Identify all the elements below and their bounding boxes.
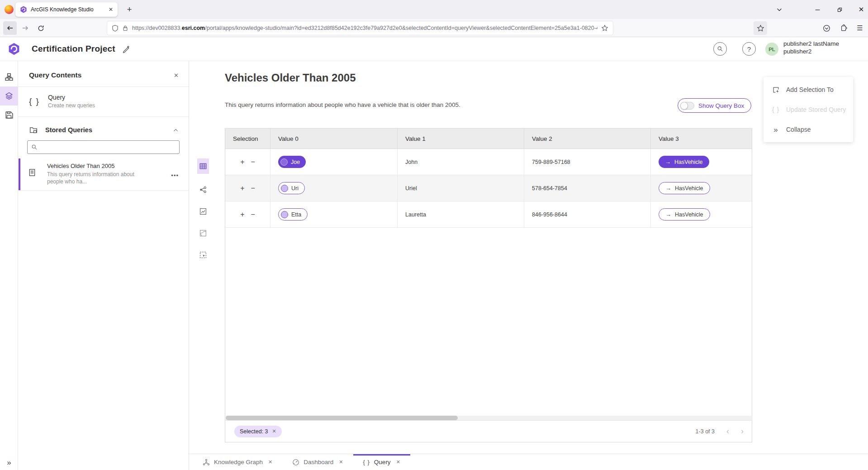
select-tool-icon[interactable] xyxy=(197,249,209,261)
column-header[interactable]: Value 3 xyxy=(651,129,752,149)
firefox-icon[interactable] xyxy=(5,5,14,14)
reload-button[interactable] xyxy=(34,21,47,35)
cell-value[interactable]: 846-956-8644 xyxy=(524,201,651,227)
close-tab-icon[interactable]: ✕ xyxy=(268,459,272,465)
scrollbar-thumb[interactable] xyxy=(226,416,458,420)
avatar[interactable]: PL xyxy=(765,43,778,56)
selection-menu: Add Selection To { } Update Stored Query… xyxy=(764,77,853,142)
show-query-box-toggle[interactable]: Show Query Box xyxy=(678,98,751,113)
relationship-pill[interactable]: →HasVehicle xyxy=(659,156,709,168)
link-chart-view-icon[interactable] xyxy=(197,184,209,196)
new-tab-button[interactable]: + xyxy=(123,3,136,16)
menu-item-add-selection-to[interactable]: Add Selection To xyxy=(764,80,853,100)
column-header[interactable]: Value 2 xyxy=(524,129,651,149)
table-row[interactable]: + − Etta Lauretta 846-956-8644 →HasVehic… xyxy=(225,201,752,228)
add-to-selection-icon[interactable]: + xyxy=(240,211,244,219)
remove-from-selection-icon[interactable]: − xyxy=(251,211,255,219)
search-icon xyxy=(31,144,38,150)
user-info[interactable]: publisher2 lastName publisher2 xyxy=(783,40,839,55)
table-row[interactable]: + − Uri Uriel 578-654-7854 →HasVehicle xyxy=(225,175,752,201)
url-text[interactable]: https://dev0028833.esri.com/portal/apps/… xyxy=(132,25,598,31)
cell-value[interactable]: Uriel xyxy=(398,175,524,201)
minimize-button[interactable] xyxy=(807,0,828,19)
table-row[interactable]: + − Joe John 759-889-57168 →HasVehicle xyxy=(225,149,752,175)
tab-list-icon[interactable] xyxy=(769,0,790,19)
dashboard-icon xyxy=(292,459,299,466)
link-chart-icon[interactable] xyxy=(0,67,18,86)
toggle-switch[interactable] xyxy=(680,102,694,110)
tab-knowledge-graph[interactable]: Knowledge Graph ✕ xyxy=(193,454,282,470)
back-button[interactable] xyxy=(3,21,17,35)
stored-queries-header[interactable]: Stored Queries xyxy=(18,117,189,139)
column-header[interactable]: Selection xyxy=(225,129,270,149)
extensions-puzzle-icon[interactable] xyxy=(837,21,850,35)
save-icon[interactable] xyxy=(0,106,18,125)
selected-indicator xyxy=(19,158,20,190)
chart-view-icon[interactable] xyxy=(197,206,209,217)
table-view-icon[interactable] xyxy=(197,158,209,174)
bookmark-star-icon[interactable] xyxy=(601,24,608,32)
clear-selection-icon[interactable]: ✕ xyxy=(272,428,276,434)
relationship-pill[interactable]: →HasVehicle xyxy=(659,182,710,194)
braces-icon: { } xyxy=(363,459,370,465)
tab-dashboard[interactable]: Dashboard ✕ xyxy=(282,454,353,470)
entity-pill[interactable]: Etta xyxy=(278,208,308,221)
more-options-icon[interactable]: ••• xyxy=(171,172,179,179)
help-icon[interactable]: ? xyxy=(742,42,756,56)
entity-pill[interactable]: Joe xyxy=(278,156,306,168)
horizontal-scrollbar[interactable] xyxy=(226,416,751,420)
remove-from-selection-icon[interactable]: − xyxy=(251,158,255,166)
menu-item-update-stored-query[interactable]: { } Update Stored Query xyxy=(764,100,853,120)
cell-value[interactable]: 759-889-57168 xyxy=(524,149,651,175)
braces-icon: { } xyxy=(29,96,40,106)
close-tab-icon[interactable]: ✕ xyxy=(339,459,343,465)
url-bar[interactable]: https://dev0028833.esri.com/portal/apps/… xyxy=(107,21,613,35)
knowledge-graph-icon xyxy=(203,459,210,466)
entity-pill[interactable]: Uri xyxy=(278,182,305,194)
panel-close-icon[interactable]: ✕ xyxy=(174,72,179,79)
add-to-selection-icon[interactable]: + xyxy=(240,158,244,166)
cell-value[interactable]: Lauretta xyxy=(398,201,524,227)
forward-button[interactable] xyxy=(19,21,32,35)
new-query-item[interactable]: { } Query Create new queries xyxy=(18,87,189,117)
tab-close-icon[interactable]: ✕ xyxy=(109,6,113,13)
bookmarks-star-button[interactable] xyxy=(754,21,767,35)
shield-icon[interactable] xyxy=(112,25,119,32)
previous-page-icon[interactable]: ‹ xyxy=(726,427,729,436)
menu-item-collapse[interactable]: » Collapse xyxy=(764,120,853,139)
restore-button[interactable] xyxy=(829,0,850,19)
pocket-icon[interactable] xyxy=(820,21,833,35)
column-header[interactable]: Value 1 xyxy=(398,129,524,149)
collapse-icon: » xyxy=(772,126,780,134)
app-logo-icon[interactable] xyxy=(8,43,20,55)
layers-icon[interactable] xyxy=(0,86,18,106)
search-input[interactable] xyxy=(40,144,175,151)
cell-value[interactable]: 578-654-7854 xyxy=(524,175,651,201)
query-description: This query returns information about peo… xyxy=(225,101,460,108)
lock-icon[interactable] xyxy=(122,25,128,31)
panel-title: Query Contents xyxy=(29,71,81,79)
stored-queries-search[interactable] xyxy=(27,140,180,154)
remove-from-selection-icon[interactable]: − xyxy=(251,184,255,192)
next-page-icon[interactable]: › xyxy=(741,427,744,436)
close-tab-icon[interactable]: ✕ xyxy=(396,459,400,465)
edit-pencil-icon[interactable] xyxy=(122,45,130,53)
entity-dot-icon xyxy=(280,158,288,166)
hamburger-menu-icon[interactable]: ☰ xyxy=(853,21,867,35)
table-header-row: Selection Value 0 Value 1 Value 2 Value … xyxy=(225,129,752,149)
stored-query-doc-icon xyxy=(28,168,36,177)
relationship-pill[interactable]: →HasVehicle xyxy=(659,208,710,221)
stored-query-item[interactable]: Vehicles Older Than 2005 This query retu… xyxy=(18,158,189,191)
expand-panel-icon[interactable]: » xyxy=(0,458,18,467)
map-view-icon[interactable] xyxy=(197,227,209,239)
close-window-button[interactable]: ✕ xyxy=(851,0,868,19)
selected-count-badge[interactable]: Selected: 3 ✕ xyxy=(234,426,282,437)
cell-value[interactable]: John xyxy=(398,149,524,175)
add-to-selection-icon[interactable]: + xyxy=(240,184,244,192)
tab-query[interactable]: { } Query ✕ xyxy=(353,454,410,470)
browser-window: ArcGIS Knowledge Studio ✕ + ✕ https://d xyxy=(0,0,868,470)
chevron-up-icon[interactable] xyxy=(173,127,179,133)
search-icon[interactable] xyxy=(713,42,727,56)
column-header[interactable]: Value 0 xyxy=(270,129,398,149)
browser-tab[interactable]: ArcGIS Knowledge Studio ✕ xyxy=(15,2,118,17)
